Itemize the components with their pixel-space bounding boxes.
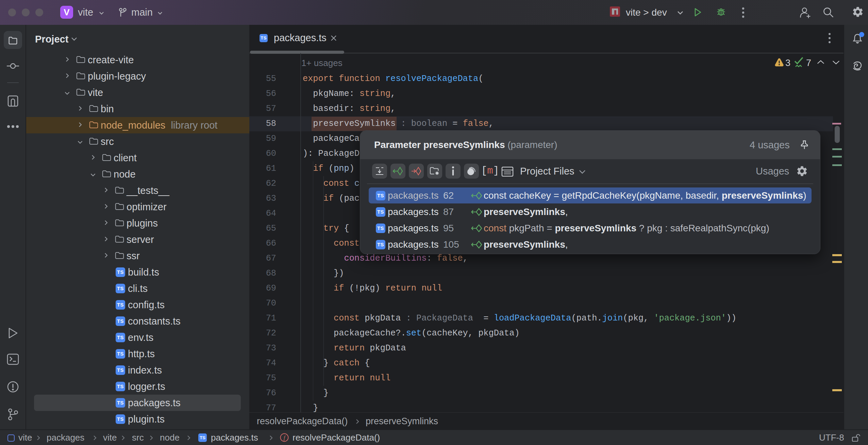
svg-text:f: f [284,434,286,441]
